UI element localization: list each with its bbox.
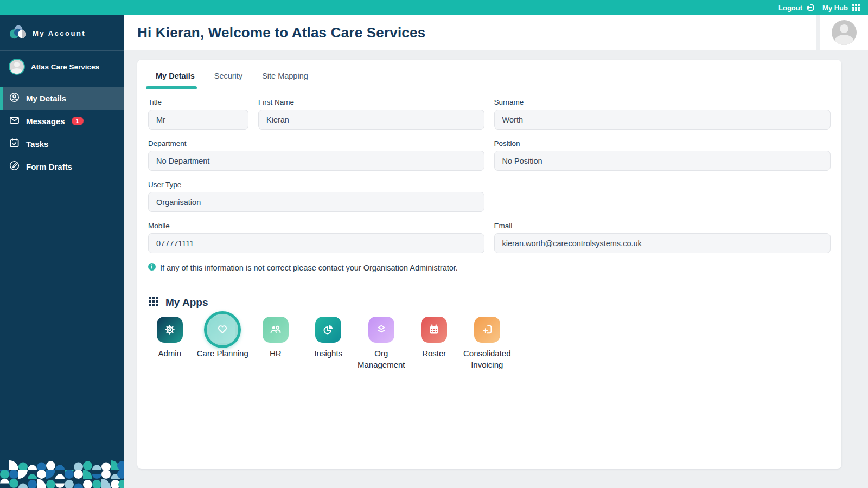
app-highlight-ring	[204, 311, 241, 348]
org-name: Atlas Care Services	[31, 63, 99, 71]
grid-icon	[852, 3, 860, 12]
app-label: Care Planning	[197, 348, 248, 359]
surname-label: Surname	[494, 98, 831, 106]
page-header: Hi Kieran, Welcome to Atlas Care Service…	[124, 15, 816, 50]
my-hub-label: My Hub	[822, 4, 848, 12]
sidebar-label: My Details	[26, 94, 66, 103]
messages-badge: 1	[72, 117, 84, 126]
department-label: Department	[148, 139, 484, 147]
my-details-form: Title First Name Surname Department	[148, 88, 831, 370]
position-label: Position	[494, 139, 831, 147]
sidebar-item-messages[interactable]: Messages 1	[0, 110, 124, 132]
logout-icon	[806, 3, 815, 12]
my-hub-button[interactable]: My Hub	[822, 3, 860, 12]
pencil-circle-icon	[9, 160, 20, 173]
title-field[interactable]	[148, 110, 248, 130]
app-label: Consolidated Invoicing	[461, 348, 514, 370]
app-org-management[interactable]: Org Management	[355, 317, 408, 370]
logout-button[interactable]: Logout	[778, 3, 815, 12]
user-circle-icon	[9, 92, 20, 105]
logout-label: Logout	[778, 4, 802, 12]
user-type-label: User Type	[148, 181, 484, 189]
info-note: If any of this information is not correc…	[148, 263, 831, 273]
department-field[interactable]	[148, 151, 484, 171]
app-roster[interactable]: Roster	[408, 317, 461, 370]
app-label: HR	[270, 348, 282, 359]
org-avatar	[9, 59, 25, 75]
app-care-planning[interactable]: Care Planning	[196, 317, 250, 370]
app-label: Org Management	[355, 348, 408, 370]
top-bar: Logout My Hub	[0, 0, 868, 15]
people-icon	[263, 317, 289, 343]
envelope-icon	[9, 115, 20, 127]
app-consolidated-invoicing[interactable]: Consolidated Invoicing	[461, 317, 514, 370]
app-label: Admin	[158, 348, 181, 359]
tab-bar: My Details Security Site Mapping	[148, 66, 831, 88]
my-apps-header: My Apps	[148, 296, 831, 309]
my-apps-title: My Apps	[165, 297, 208, 309]
sidebar-item-tasks[interactable]: Tasks	[0, 132, 124, 155]
tab-my-details[interactable]: My Details	[155, 66, 196, 88]
sidebar-item-form-drafts[interactable]: Form Drafts	[0, 155, 124, 178]
calendar-icon	[421, 317, 447, 343]
calendar-check-icon	[9, 138, 20, 150]
info-note-text: If any of this information is not correc…	[160, 264, 458, 272]
info-icon	[148, 263, 156, 273]
sidebar-label: Form Drafts	[26, 162, 72, 171]
sidebar-item-my-details[interactable]: My Details	[0, 87, 124, 110]
user-avatar[interactable]	[832, 20, 857, 45]
layers-icon	[368, 317, 394, 343]
avatar-panel	[820, 15, 868, 50]
gear-icon	[157, 317, 183, 343]
org-row[interactable]: Atlas Care Services	[0, 51, 124, 84]
main-content: My Details Security Site Mapping Title F…	[124, 50, 868, 488]
email-field[interactable]	[494, 233, 831, 253]
app-label: Insights	[314, 348, 342, 359]
first-name-field[interactable]	[258, 110, 484, 130]
active-tab-indicator	[146, 86, 197, 89]
title-label: Title	[148, 98, 248, 106]
invoice-plus-icon	[474, 317, 500, 343]
first-name-label: First Name	[258, 98, 484, 106]
apps-grid-icon	[148, 296, 159, 309]
brand-row: My Account	[0, 15, 124, 51]
sidebar-label: Tasks	[26, 139, 48, 149]
user-type-field[interactable]	[148, 192, 484, 212]
pie-chart-icon	[315, 317, 341, 343]
app-insights[interactable]: Insights	[302, 317, 355, 370]
position-field[interactable]	[494, 151, 831, 171]
page-title: Hi Kieran, Welcome to Atlas Care Service…	[137, 24, 425, 41]
apps-row: Admin Care Planning	[143, 317, 831, 370]
my-account-logo-icon	[9, 24, 27, 42]
email-label: Email	[494, 222, 831, 230]
app-admin[interactable]: Admin	[143, 317, 196, 370]
sidebar-label: Messages	[26, 117, 65, 126]
decorative-pattern	[0, 460, 124, 488]
mobile-label: Mobile	[148, 222, 484, 230]
mobile-field[interactable]	[148, 233, 484, 253]
brand-name: My Account	[33, 29, 86, 37]
surname-field[interactable]	[494, 110, 831, 130]
tab-site-mapping[interactable]: Site Mapping	[261, 66, 309, 88]
app-hr[interactable]: HR	[249, 317, 302, 370]
app-label: Roster	[422, 348, 446, 359]
tab-security[interactable]: Security	[213, 66, 244, 88]
heart-icon	[209, 317, 235, 343]
sidebar-nav: My Details Messages 1 Tasks	[0, 87, 124, 178]
sidebar: My Account Atlas Care Services My Detail…	[0, 15, 124, 488]
details-card: My Details Security Site Mapping Title F…	[137, 60, 841, 469]
section-divider	[148, 285, 831, 285]
